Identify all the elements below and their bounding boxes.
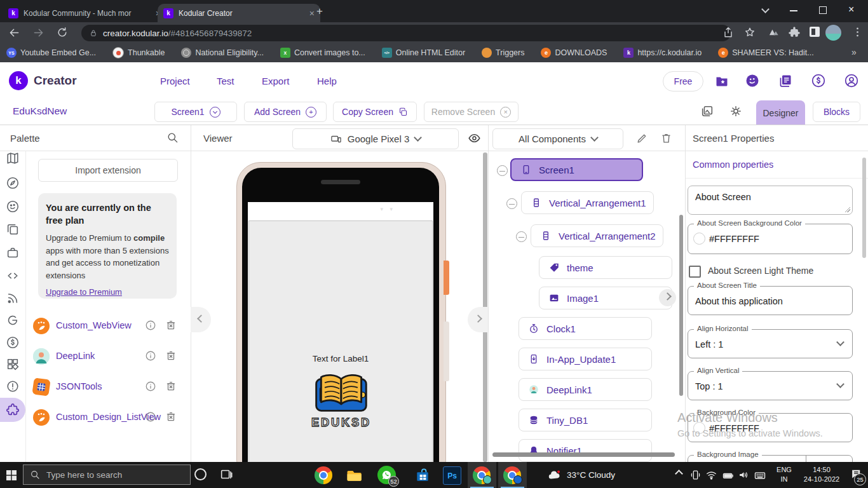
language-indicator[interactable]: ENG IN [773, 465, 796, 484]
cortana-icon[interactable] [194, 468, 207, 480]
language-top: ENG [773, 465, 796, 475]
extension-name: DeepLink [56, 351, 95, 361]
delete-extension-icon[interactable] [165, 381, 177, 392]
language-bottom: IN [773, 475, 796, 484]
bg-color-field[interactable]: Background Color #FFFFFFFF [688, 413, 853, 442]
field-label: Background Image [694, 451, 762, 458]
field-label: About Screen Background Color [694, 219, 805, 227]
weather-text[interactable]: 33°C Cloudy [567, 470, 615, 480]
chrome-window-2-task[interactable] [498, 462, 527, 488]
whatsapp-badge: 52 [388, 476, 399, 487]
field-label: Align Horizontal [694, 325, 752, 332]
clock-time: 14:50 [798, 465, 845, 475]
photoshop-icon[interactable]: Ps [443, 466, 461, 485]
desktop-screen: k Kodular Community - Much mor × k Kodul… [0, 0, 868, 488]
weather-cloud-icon[interactable] [546, 468, 563, 482]
delete-extension-icon[interactable] [165, 320, 177, 331]
about-bg-color-field[interactable]: About Screen Background Color #FFFFFFFF [688, 224, 853, 254]
battery-icon[interactable] [722, 469, 735, 482]
tray-expand-chevron-icon[interactable] [675, 470, 683, 478]
about-title-field[interactable]: About Screen Title About this applicatio… [688, 286, 853, 315]
search-icon [30, 470, 40, 480]
chrome-taskbar-icon[interactable] [315, 466, 332, 484]
windows-taskbar: Type here to search 52 Ps 33°C Cloudy [0, 462, 868, 488]
field-label: About Screen Title [694, 281, 760, 289]
common-properties-section[interactable]: Common properties [693, 159, 773, 170]
your-phone-icon[interactable] [689, 469, 702, 481]
align-vertical-select[interactable]: Align Vertical Top : 1 [688, 371, 853, 400]
align-horizontal-select[interactable]: Align Horizontal Left : 1 [688, 329, 853, 358]
notification-badge: 25 [854, 473, 866, 485]
task-view-icon[interactable] [219, 468, 233, 482]
about-screen-value: About Screen [695, 192, 751, 202]
clock-indicator[interactable]: 14:50 24-10-2022 [798, 465, 845, 484]
info-icon[interactable] [145, 381, 156, 392]
extension-name: Custom_WebView [56, 320, 132, 330]
properties-scrollbar[interactable] [862, 158, 866, 258]
file-explorer-icon[interactable] [345, 466, 363, 484]
whatsapp-icon[interactable]: 52 [377, 466, 396, 484]
info-icon[interactable] [145, 350, 156, 362]
chevron-down-icon [836, 380, 844, 388]
extension-name: Custom_Design_ListView [56, 412, 161, 422]
field-value: #FFFFFFFF [709, 423, 759, 433]
field-value: About this application [695, 296, 783, 306]
wifi-icon[interactable] [705, 469, 717, 481]
properties-title: Screen1 Properties [693, 133, 774, 144]
color-swatch[interactable] [693, 422, 705, 434]
delete-extension-icon[interactable] [165, 350, 177, 362]
color-swatch[interactable] [693, 233, 705, 245]
touch-keyboard-icon[interactable] [754, 469, 766, 482]
textarea-resize-handle[interactable] [844, 207, 850, 212]
clock-date: 24-10-2022 [798, 475, 845, 484]
field-label: Background Color [694, 409, 759, 416]
field-value: Left : 1 [695, 339, 723, 349]
microsoft-store-icon[interactable] [414, 466, 431, 483]
volume-icon[interactable] [738, 469, 750, 481]
taskbar-search-box[interactable]: Type here to search [23, 464, 191, 485]
info-icon[interactable] [145, 320, 156, 331]
chrome-window-overlay-badge [483, 475, 492, 484]
chevron-down-icon [836, 338, 844, 346]
divider [686, 178, 868, 179]
field-value: Top : 1 [695, 381, 723, 391]
extension-name: JSONTools [56, 381, 102, 391]
about-screen-textarea[interactable]: About Screen [688, 186, 853, 215]
search-placeholder: Type here to search [46, 470, 122, 480]
light-theme-label: About Screen Light Theme [708, 266, 813, 276]
delete-extension-icon[interactable] [165, 411, 177, 423]
chrome-window-overlay-badge [513, 475, 522, 484]
field-value: #FFFFFFFF [709, 234, 759, 244]
chrome-window-1-task[interactable] [468, 462, 496, 488]
field-label: Align Vertical [694, 367, 742, 374]
start-button-icon[interactable] [6, 470, 17, 480]
light-theme-checkbox[interactable] [689, 266, 701, 278]
